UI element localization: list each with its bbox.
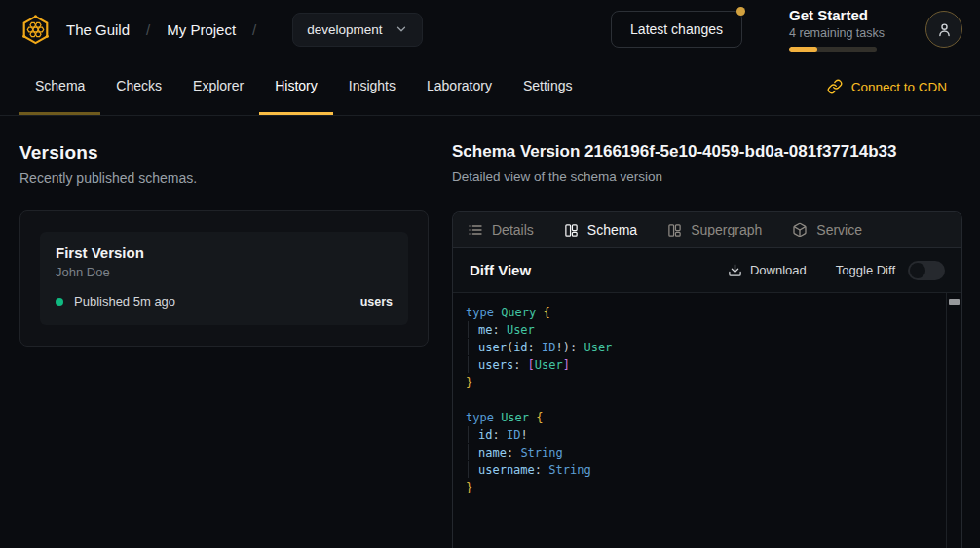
user-avatar[interactable] bbox=[925, 11, 962, 48]
tab-label: Explorer bbox=[193, 78, 244, 93]
download-icon bbox=[728, 263, 742, 277]
get-started-progress-fill bbox=[789, 47, 817, 52]
breadcrumb-project[interactable]: My Project bbox=[167, 21, 236, 38]
breadcrumb-separator: / bbox=[146, 21, 150, 38]
hive-logo-icon[interactable] bbox=[19, 14, 52, 46]
get-started-subtitle: 4 remaining tasks bbox=[789, 26, 885, 40]
tab-label: Laboratory bbox=[427, 78, 492, 93]
tab-service[interactable]: Service bbox=[792, 222, 862, 237]
main-content: Versions Recently published schemas. Fir… bbox=[0, 116, 980, 548]
tab-laboratory[interactable]: Laboratory bbox=[411, 58, 508, 115]
columns-icon bbox=[667, 223, 682, 237]
version-list-item[interactable]: First Version John Doe Published 5m ago … bbox=[40, 232, 408, 325]
connect-to-cdn-link[interactable]: Connect to CDN bbox=[827, 58, 947, 115]
tab-checks[interactable]: Checks bbox=[100, 58, 177, 115]
versions-list-card: First Version John Doe Published 5m ago … bbox=[19, 210, 429, 347]
schema-detail-panel: Details Schema Sup bbox=[452, 211, 962, 548]
toggle-diff-control: Toggle Diff bbox=[836, 261, 945, 280]
versions-subtitle: Recently published schemas. bbox=[19, 170, 429, 186]
breadcrumb-org[interactable]: The Guild bbox=[66, 21, 130, 38]
schema-code-viewer: type Query {me: Useruser(id: ID!): Useru… bbox=[453, 293, 961, 548]
latest-changes-button[interactable]: Latest changes bbox=[611, 11, 742, 48]
environment-select[interactable]: development bbox=[292, 13, 422, 47]
versions-title: Versions bbox=[19, 142, 429, 164]
get-started-progress-bar bbox=[789, 47, 877, 52]
version-name: First Version bbox=[56, 244, 393, 261]
tab-label: Schema bbox=[587, 222, 637, 237]
diff-actions: Download Toggle Diff bbox=[728, 261, 945, 280]
toggle-diff-label: Toggle Diff bbox=[836, 263, 895, 277]
switch-knob bbox=[910, 263, 925, 278]
tab-history[interactable]: History bbox=[259, 58, 333, 115]
schema-version-title: Schema Version 2166196f-5e10-4059-bd0a-0… bbox=[452, 142, 962, 162]
list-icon bbox=[468, 222, 483, 237]
code-block: type Query {me: Useruser(id: ID!): Useru… bbox=[466, 304, 938, 496]
version-author: John Doe bbox=[56, 265, 393, 279]
toggle-diff-switch[interactable] bbox=[908, 261, 945, 280]
tab-schema[interactable]: Schema bbox=[19, 58, 100, 115]
tab-label: Details bbox=[492, 222, 534, 237]
tab-label: History bbox=[275, 78, 318, 93]
connect-to-cdn-label: Connect to CDN bbox=[851, 80, 947, 94]
top-bar: The Guild / My Project / development Lat… bbox=[0, 0, 980, 58]
primary-nav: Schema Checks Explorer History Insights … bbox=[0, 58, 980, 116]
tab-schema-view[interactable]: Schema bbox=[564, 222, 637, 237]
notification-dot bbox=[736, 7, 745, 16]
breadcrumb-separator: / bbox=[252, 21, 256, 38]
get-started-title: Get Started bbox=[789, 7, 885, 23]
tab-label: Supergraph bbox=[691, 222, 762, 237]
published-status-dot-icon bbox=[56, 298, 63, 306]
diff-view-title: Diff View bbox=[470, 262, 531, 278]
get-started-widget[interactable]: Get Started 4 remaining tasks bbox=[789, 7, 885, 52]
person-icon bbox=[936, 21, 953, 38]
code-scrollbar bbox=[946, 293, 961, 548]
columns-icon bbox=[564, 223, 579, 237]
tab-label: Schema bbox=[35, 78, 85, 93]
tab-label: Service bbox=[816, 222, 862, 237]
tab-label: Settings bbox=[523, 78, 573, 93]
tab-explorer[interactable]: Explorer bbox=[177, 58, 259, 115]
version-meta-row: Published 5m ago users bbox=[56, 294, 393, 309]
tab-settings[interactable]: Settings bbox=[508, 58, 588, 115]
code-scrollbar-thumb[interactable] bbox=[949, 299, 960, 305]
schema-version-subtitle: Detailed view of the schema version bbox=[452, 169, 962, 184]
tab-label: Insights bbox=[349, 78, 396, 93]
service-badge: users bbox=[360, 295, 393, 309]
link-icon bbox=[827, 79, 843, 94]
version-status: Published 5m ago bbox=[74, 294, 175, 309]
latest-changes-label: Latest changes bbox=[630, 21, 723, 37]
tab-details[interactable]: Details bbox=[468, 222, 534, 237]
tab-insights[interactable]: Insights bbox=[333, 58, 411, 115]
detail-tab-bar: Details Schema Sup bbox=[453, 212, 961, 248]
chevron-down-icon bbox=[395, 22, 408, 36]
schema-version-detail: Schema Version 2166196f-5e10-4059-bd0a-0… bbox=[452, 116, 980, 548]
versions-panel: Versions Recently published schemas. Fir… bbox=[0, 116, 452, 548]
box-icon bbox=[792, 222, 808, 237]
download-button[interactable]: Download bbox=[728, 263, 807, 277]
tab-label: Checks bbox=[116, 78, 162, 93]
diff-view-header: Diff View Download Toggle Diff bbox=[453, 248, 961, 293]
environment-select-value: development bbox=[307, 22, 382, 37]
tab-supergraph[interactable]: Supergraph bbox=[667, 222, 762, 237]
download-label: Download bbox=[750, 263, 807, 277]
